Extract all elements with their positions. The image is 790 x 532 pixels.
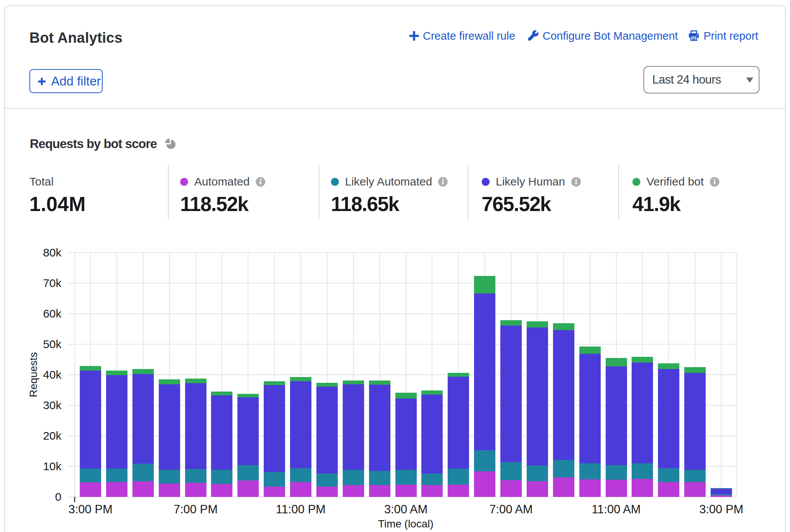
svg-text:Requests: Requests xyxy=(27,352,39,397)
svg-text:3:00 PM: 3:00 PM xyxy=(68,503,112,516)
svg-text:Time (local): Time (local) xyxy=(378,518,434,530)
svg-text:30k: 30k xyxy=(43,399,62,411)
svg-text:60k: 60k xyxy=(43,307,62,320)
svg-text:20k: 20k xyxy=(43,429,62,442)
svg-text:50k: 50k xyxy=(43,338,62,350)
svg-text:10k: 10k xyxy=(43,460,62,472)
svg-text:40k: 40k xyxy=(43,368,62,381)
svg-text:70k: 70k xyxy=(43,277,62,289)
svg-text:7:00 PM: 7:00 PM xyxy=(174,503,218,516)
svg-text:11:00 PM: 11:00 PM xyxy=(276,503,326,516)
svg-text:3:00 AM: 3:00 AM xyxy=(384,503,428,516)
svg-text:11:00 AM: 11:00 AM xyxy=(592,503,641,516)
svg-text:7:00 AM: 7:00 AM xyxy=(489,503,533,516)
svg-text:3:00 PM: 3:00 PM xyxy=(699,503,743,516)
svg-text:80k: 80k xyxy=(43,246,62,259)
svg-text:0: 0 xyxy=(55,490,61,503)
